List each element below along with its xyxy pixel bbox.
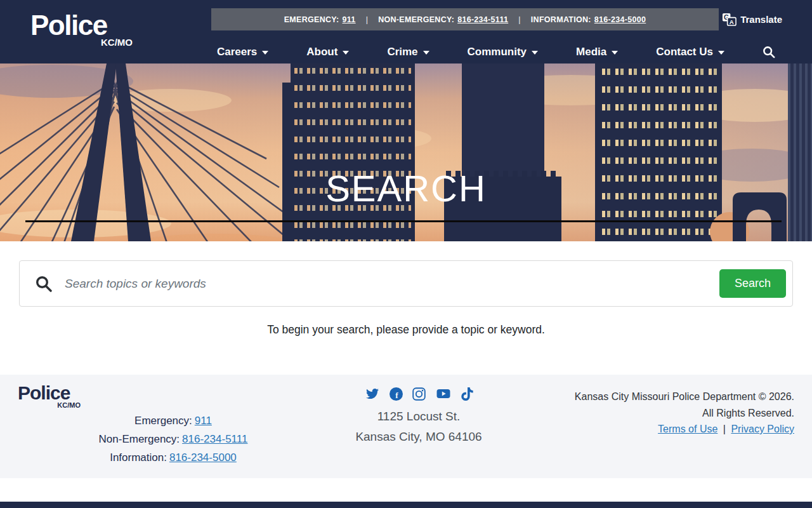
main-nav: Careers About Crime Community Media Cont… <box>217 41 775 64</box>
translate-button[interactable]: G A Translate <box>722 12 782 27</box>
bottom-bar <box>0 502 812 508</box>
site-logo[interactable]: Police KC/MO <box>30 11 141 48</box>
main-content: Search To begin your search, please prov… <box>0 241 812 375</box>
chevron-down-icon <box>532 51 538 55</box>
hero-banner: SEARCH <box>0 64 812 241</box>
nav-label: About <box>306 46 337 58</box>
footer-information-label: Information: <box>110 451 167 464</box>
emergency-bar: EMERGENCY: 911 | NON-EMERGENCY: 816-234-… <box>211 8 719 30</box>
page-title: SEARCH <box>0 170 812 207</box>
copyright-line-1: Kansas City Missouri Police Department ©… <box>560 389 794 405</box>
information-contact: INFORMATION: 816-234-5000 <box>531 15 646 24</box>
title-underline <box>25 220 782 222</box>
non-emergency-contact: NON-EMERGENCY: 816-234-5111 <box>378 15 508 24</box>
information-label: INFORMATION: <box>531 15 591 24</box>
information-phone-link[interactable]: 816-234-5000 <box>594 15 646 24</box>
tiktok-icon <box>461 387 473 401</box>
privacy-policy-link[interactable]: Privacy Policy <box>731 424 794 434</box>
chevron-down-icon <box>343 51 349 55</box>
footer-contacts: Emergency:911 Non-Emergency:816-234-5111… <box>78 411 268 467</box>
nav-label: Media <box>576 46 606 58</box>
chevron-down-icon <box>423 51 429 55</box>
nav-item-media[interactable]: Media <box>576 46 618 58</box>
footer-non-emergency-row: Non-Emergency:816-234-5111 <box>78 430 268 448</box>
address-block: 1125 Locust St. Kansas City, MO 64106 <box>278 406 560 447</box>
nav-item-contact-us[interactable]: Contact Us <box>656 46 724 58</box>
tiktok-link[interactable] <box>461 387 473 401</box>
search-input[interactable] <box>65 277 709 291</box>
search-help-text: To begin your search, please provide a t… <box>19 323 793 337</box>
chevron-down-icon <box>718 51 724 55</box>
svg-text:f: f <box>395 390 398 399</box>
hero-cityscape-image <box>0 64 812 241</box>
twitter-link[interactable] <box>365 387 380 400</box>
site-footer: Police KC/MO Emergency:911 Non-Emergency… <box>0 375 812 478</box>
nav-label: Crime <box>387 46 417 58</box>
svg-text:A: A <box>730 18 734 25</box>
footer-logo-title: Police <box>18 384 84 403</box>
nav-item-community[interactable]: Community <box>468 46 539 58</box>
site-header: Police KC/MO EMERGENCY: 911 | NON-EMERGE… <box>0 0 812 64</box>
copyright-line-2: All Rights Reserved. <box>560 405 794 422</box>
topbar-separator: | <box>518 15 521 24</box>
nav-search-icon[interactable] <box>763 46 775 58</box>
facebook-icon: f <box>390 387 403 401</box>
chevron-down-icon <box>612 51 618 55</box>
social-links: f <box>278 386 560 401</box>
emergency-contact: EMERGENCY: 911 <box>284 15 356 24</box>
footer-gap <box>0 478 812 502</box>
footer-information-row: Information:816-234-5000 <box>78 448 268 467</box>
footer-center-column: f <box>278 384 560 478</box>
instagram-link[interactable] <box>412 387 426 401</box>
footer-emergency-row: Emergency:911 <box>78 411 268 430</box>
footer-logo[interactable]: Police KC/MO <box>18 384 84 409</box>
footer-non-emergency-label: Non-Emergency: <box>99 433 180 445</box>
instagram-icon <box>412 387 426 401</box>
address-line-1: 1125 Locust St. <box>278 406 560 427</box>
address-line-2: Kansas City, MO 64106 <box>278 427 560 447</box>
search-bar: Search <box>19 260 793 307</box>
footer-emergency-link[interactable]: 911 <box>195 415 212 427</box>
twitter-icon <box>365 387 380 400</box>
topbar-separator: | <box>366 15 369 24</box>
nav-item-about[interactable]: About <box>306 46 349 58</box>
nav-label: Careers <box>217 46 257 58</box>
footer-non-emergency-link[interactable]: 816-234-5111 <box>182 433 247 445</box>
nav-label: Contact Us <box>656 46 713 58</box>
emergency-phone-link[interactable]: 911 <box>343 15 356 24</box>
footer-emergency-label: Emergency: <box>134 415 192 427</box>
nav-item-careers[interactable]: Careers <box>217 46 268 58</box>
footer-right-column: Kansas City Missouri Police Department ©… <box>560 384 794 478</box>
page: Police KC/MO EMERGENCY: 911 | NON-EMERGE… <box>0 0 812 508</box>
footer-information-link[interactable]: 816-234-5000 <box>169 451 237 464</box>
youtube-link[interactable] <box>435 387 452 400</box>
translate-label: Translate <box>740 14 782 25</box>
facebook-link[interactable]: f <box>390 387 403 401</box>
nav-label: Community <box>468 46 527 58</box>
emergency-label: EMERGENCY: <box>284 15 339 24</box>
non-emergency-label: NON-EMERGENCY: <box>378 15 454 24</box>
legal-links-separator: | <box>723 424 726 434</box>
chevron-down-icon <box>262 51 268 55</box>
terms-of-use-link[interactable]: Terms of Use <box>658 424 717 434</box>
logo-title: Police <box>30 11 141 39</box>
translate-icon: G A <box>722 12 737 27</box>
youtube-icon <box>435 387 452 400</box>
search-button[interactable]: Search <box>719 269 786 298</box>
nav-item-crime[interactable]: Crime <box>387 46 429 58</box>
non-emergency-phone-link[interactable]: 816-234-5111 <box>457 15 508 24</box>
footer-legal-links: Terms of Use | Privacy Policy <box>560 421 794 438</box>
footer-left-column: Police KC/MO Emergency:911 Non-Emergency… <box>18 384 278 478</box>
search-icon <box>36 276 52 292</box>
